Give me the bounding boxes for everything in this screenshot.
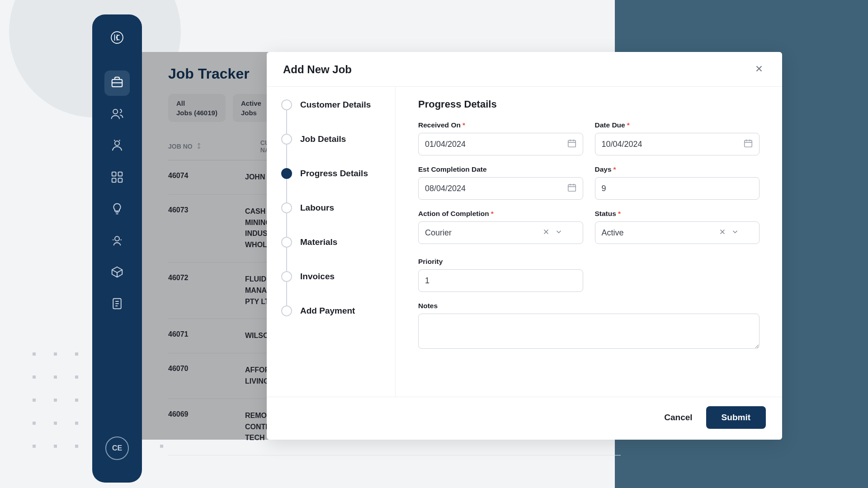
modal-title: Add New Job xyxy=(283,63,352,76)
step-labours[interactable]: Labours xyxy=(281,202,395,237)
action-of-completion-label: Action of Completion* xyxy=(418,210,583,218)
chevron-down-icon xyxy=(731,228,739,238)
close-button[interactable] xyxy=(752,62,766,77)
avatar-initials: CE xyxy=(112,444,122,452)
sidebar-item-jobs[interactable] xyxy=(104,70,130,96)
step-indicator-icon xyxy=(281,305,292,316)
step-indicator-icon xyxy=(281,271,292,282)
step-job-details[interactable]: Job Details xyxy=(281,134,395,168)
clear-icon[interactable] xyxy=(718,228,726,238)
svg-rect-10 xyxy=(568,141,576,147)
box-icon xyxy=(110,265,124,281)
svg-point-8 xyxy=(115,236,119,241)
calendar-icon[interactable] xyxy=(743,138,753,150)
form-stepper: Customer Details Job Details Progress De… xyxy=(267,87,396,397)
sidebar-item-reports[interactable] xyxy=(104,292,130,317)
status-label: Status* xyxy=(595,210,760,218)
action-of-completion-select[interactable]: Courier xyxy=(418,221,583,244)
step-indicator-icon xyxy=(281,99,292,110)
received-on-input[interactable] xyxy=(418,133,583,155)
calendar-icon[interactable] xyxy=(567,183,577,194)
step-add-payment[interactable]: Add Payment xyxy=(281,305,395,316)
clear-icon[interactable] xyxy=(542,228,550,238)
chevron-down-icon xyxy=(555,228,563,238)
step-indicator-icon xyxy=(281,168,292,179)
sidebar-item-inventory[interactable] xyxy=(104,260,130,286)
svg-rect-7 xyxy=(118,178,123,183)
svg-point-3 xyxy=(115,141,119,145)
support-icon xyxy=(110,234,124,249)
step-invoices[interactable]: Invoices xyxy=(281,271,395,305)
sidebar: CE xyxy=(92,14,142,483)
days-label: Days* xyxy=(595,165,760,174)
svg-rect-11 xyxy=(745,141,752,147)
briefcase-icon xyxy=(110,75,124,91)
step-indicator-icon xyxy=(281,237,292,248)
date-due-label: Date Due* xyxy=(595,121,760,129)
sidebar-item-ideas[interactable] xyxy=(104,197,130,222)
est-completion-input[interactable] xyxy=(418,177,583,200)
logo-icon xyxy=(110,31,124,46)
days-input[interactable] xyxy=(595,177,760,200)
sidebar-item-apps[interactable] xyxy=(104,165,130,191)
priority-input[interactable] xyxy=(418,269,583,292)
progress-details-form: Progress Details Received On* Date Due* xyxy=(396,87,782,397)
sidebar-item-labour[interactable] xyxy=(104,134,130,159)
close-icon xyxy=(754,67,764,75)
step-progress-details[interactable]: Progress Details xyxy=(281,168,395,202)
form-heading: Progress Details xyxy=(418,99,760,110)
worker-icon xyxy=(110,139,124,154)
date-due-input[interactable] xyxy=(595,133,760,155)
status-select[interactable]: Active xyxy=(595,221,760,244)
svg-rect-12 xyxy=(568,185,576,192)
svg-rect-6 xyxy=(112,178,116,183)
step-indicator-icon xyxy=(281,202,292,213)
cancel-button[interactable]: Cancel xyxy=(660,408,696,427)
est-completion-label: Est Completion Date xyxy=(418,165,583,174)
lightbulb-icon xyxy=(110,202,124,217)
received-on-label: Received On* xyxy=(418,121,583,129)
sidebar-item-support[interactable] xyxy=(104,229,130,254)
notes-label: Notes xyxy=(418,302,760,310)
step-customer-details[interactable]: Customer Details xyxy=(281,99,395,134)
people-icon xyxy=(110,107,124,122)
grid-icon xyxy=(110,170,124,186)
sidebar-item-customers[interactable] xyxy=(104,102,130,127)
step-indicator-icon xyxy=(281,134,292,145)
document-icon xyxy=(110,297,124,312)
calendar-icon[interactable] xyxy=(567,138,577,150)
step-materials[interactable]: Materials xyxy=(281,237,395,271)
svg-rect-5 xyxy=(118,172,123,176)
add-new-job-modal: Add New Job Customer Details Job Details… xyxy=(267,52,782,440)
svg-rect-4 xyxy=(112,172,116,176)
svg-point-2 xyxy=(113,109,118,114)
submit-button[interactable]: Submit xyxy=(706,406,766,429)
notes-textarea[interactable] xyxy=(418,314,760,349)
priority-label: Priority xyxy=(418,258,583,266)
avatar[interactable]: CE xyxy=(105,436,129,460)
